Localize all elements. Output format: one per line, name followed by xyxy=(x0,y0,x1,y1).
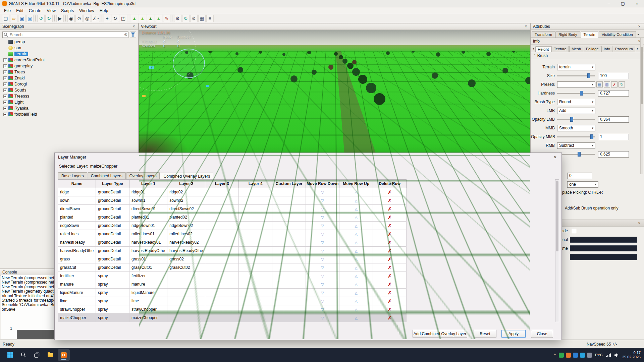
table-row-liquidmanure[interactable]: liquidManuresprayliquidManure▽△✗ xyxy=(58,289,407,297)
table-row-harvestready[interactable]: harvestReadygroundDetailharvestReady01ha… xyxy=(58,238,407,247)
table-row-planted[interactable]: plantedgroundDetailplanted01planted02▽△✗ xyxy=(58,213,407,222)
move-row-up-icon[interactable]: △ xyxy=(355,291,357,295)
chevron-right-icon[interactable]: ▸ xyxy=(636,47,640,52)
close-button[interactable]: Close xyxy=(531,330,553,338)
attributes-scrollbar[interactable] xyxy=(640,38,643,174)
toolbar-zoom-button[interactable]: ⊙ xyxy=(75,15,83,22)
menu-view[interactable]: View xyxy=(44,8,58,13)
table-row-ridgesown[interactable]: ridgeSowngroundDetailridgeSown01ridgeSow… xyxy=(58,222,407,230)
tray-icon-3[interactable] xyxy=(573,353,578,358)
move-row-up-icon[interactable]: △ xyxy=(355,232,357,236)
move-row-down-icon[interactable]: ▽ xyxy=(321,249,324,253)
toolbar-script-settings-button[interactable]: ⚙ xyxy=(174,15,181,22)
tab-visibility-condition[interactable]: Visibility Condition xyxy=(599,31,636,38)
layers-tab-base-layers[interactable]: Base Layers xyxy=(58,172,87,179)
opacity-mmb-slider[interactable] xyxy=(557,134,595,139)
move-row-down-icon[interactable]: ▽ xyxy=(321,240,324,244)
toolbar-terrain-paint-button[interactable]: ▲ xyxy=(155,15,162,22)
opacity-mmb-value[interactable]: 1 xyxy=(598,134,629,140)
move-row-down-icon[interactable]: ▽ xyxy=(321,232,324,236)
move-row-up-icon[interactable]: △ xyxy=(355,307,357,311)
table-row-grasscut[interactable]: grassCutgroundDetailgrassCut01grassCut02… xyxy=(58,263,407,272)
misc-value-field[interactable]: 0 xyxy=(567,173,592,179)
move-row-up-icon[interactable]: △ xyxy=(355,265,357,269)
save-preset-button[interactable]: ▤ xyxy=(596,81,603,87)
toolbar-reload-file-button[interactable]: ↺ xyxy=(37,15,45,22)
expand-icon[interactable]: + xyxy=(3,107,7,110)
move-row-up-icon[interactable]: △ xyxy=(355,190,357,194)
tray-icon-5[interactable] xyxy=(587,353,592,358)
toolbar-terrain-sculpt-button[interactable]: ▲ xyxy=(131,15,138,22)
subtab-height[interactable]: Height xyxy=(535,46,551,52)
delete-row-icon[interactable]: ✗ xyxy=(388,190,391,195)
misc-dropdown[interactable]: one▾ xyxy=(567,181,598,188)
table-row-manure[interactable]: manurespraymanure▽△✗ xyxy=(58,280,407,289)
toolbar-angle-snap-button[interactable]: ∠▾ xyxy=(92,15,100,22)
search-clear-icon[interactable]: ⊗ xyxy=(124,32,127,37)
network-icon[interactable] xyxy=(606,353,611,357)
move-row-up-icon[interactable]: △ xyxy=(355,257,357,261)
toolbar-rotate-button[interactable]: ↻ xyxy=(112,15,119,22)
load-preset-button[interactable]: ▥ xyxy=(604,81,610,87)
move-row-down-icon[interactable]: ▽ xyxy=(321,307,324,311)
move-row-up-icon[interactable]: △ xyxy=(355,249,357,253)
attributes-close-icon[interactable]: × xyxy=(637,24,642,29)
tray-icon-2[interactable] xyxy=(566,353,571,358)
expand-icon[interactable]: + xyxy=(3,64,7,68)
table-row-ridge[interactable]: ridgegroundDetailridge01ridge02▽△✗ xyxy=(58,188,407,196)
scenegraph-item-careerstartpoint[interactable]: +careerStartPoint xyxy=(0,57,138,63)
table-row-directsown[interactable]: directSowngroundDetaildirectSown01direct… xyxy=(58,205,407,213)
menu-help[interactable]: Help xyxy=(97,8,111,13)
brush-section-bar[interactable]: ^ Brush xyxy=(531,52,644,59)
scenegraph-close-icon[interactable]: × xyxy=(131,24,136,29)
move-row-up-icon[interactable]: △ xyxy=(355,215,357,219)
delete-row-icon[interactable]: ✗ xyxy=(388,315,391,320)
toolbar-new-file-button[interactable]: ▢ xyxy=(2,15,9,22)
scenegraph-item-persp[interactable]: persp xyxy=(0,39,138,45)
add-combined-overlay-layer-button[interactable]: Add Combined Overlay Layer xyxy=(413,330,467,338)
slider-thumb[interactable] xyxy=(570,117,573,122)
scenegraph-item-sun[interactable]: sun xyxy=(0,45,138,51)
table-row-rollerlines[interactable]: rollerLinesgroundDetailrollerLines01roll… xyxy=(58,230,407,238)
toolbar-save-button[interactable]: ▣ xyxy=(18,15,25,22)
table-row-grass[interactable]: grassgroundDetailgrass01grass02▽△✗ xyxy=(58,255,407,263)
move-row-down-icon[interactable]: ▽ xyxy=(321,215,324,219)
table-row-harvestreadyothe[interactable]: harvestReadyOthegroundDetailharvestReady… xyxy=(58,247,407,255)
scenegraph-item-light[interactable]: +Light xyxy=(0,99,138,105)
toolbar-terrain-smooth-button[interactable]: ▲ xyxy=(139,15,146,22)
delete-row-icon[interactable]: ✗ xyxy=(388,265,391,270)
table-scrollbar[interactable] xyxy=(555,179,559,322)
toolbar-open-folder-button[interactable]: ▱ xyxy=(10,15,17,22)
language-indicator[interactable]: РУС xyxy=(595,353,603,357)
toolbar-terrain-flatten-button[interactable]: ▲ xyxy=(147,15,154,22)
scenegraph-item-trees[interactable]: +Trees xyxy=(0,69,138,75)
terrain-dropdown[interactable]: terrain▾ xyxy=(557,64,595,70)
hardness-value[interactable]: 0.727 xyxy=(598,90,629,97)
scrollbar-thumb[interactable] xyxy=(556,181,558,251)
scenegraph-item-terrain[interactable]: terrain xyxy=(0,51,138,57)
delete-row-icon[interactable]: ✗ xyxy=(388,299,391,304)
volume-icon[interactable] xyxy=(614,353,619,357)
opacity-lmb-slider[interactable] xyxy=(557,117,595,122)
tray-icon-1[interactable] xyxy=(559,353,564,358)
task-view-button[interactable] xyxy=(31,349,43,361)
file-explorer-button[interactable] xyxy=(44,349,56,361)
delete-row-icon[interactable]: ✗ xyxy=(388,274,391,279)
apply-button[interactable]: Apply xyxy=(501,330,526,338)
filter-button[interactable] xyxy=(130,32,136,38)
dialog-title-bar[interactable]: Layer Manager × xyxy=(55,153,561,162)
scenegraph-item-dorogi[interactable]: +Dorogi xyxy=(0,81,138,87)
delete-row-icon[interactable]: ✗ xyxy=(388,307,391,312)
delete-preset-button[interactable]: ✗ xyxy=(611,81,618,87)
move-row-up-icon[interactable]: △ xyxy=(355,316,357,320)
delete-row-icon[interactable]: ✗ xyxy=(388,257,391,262)
subtab-info[interactable]: Info xyxy=(601,46,612,52)
toolbar-options-button[interactable]: ≡ xyxy=(206,15,214,22)
delete-row-icon[interactable]: ✗ xyxy=(388,215,391,220)
toolbar-plugins-button[interactable]: ⚙ xyxy=(190,15,198,22)
dark-field[interactable] xyxy=(570,237,637,243)
scenegraph-item-gameplay[interactable]: +gameplay xyxy=(0,63,138,69)
viewport-close-icon[interactable]: × xyxy=(524,24,528,29)
tray-icon-4[interactable] xyxy=(580,353,585,358)
expand-icon[interactable]: + xyxy=(3,113,7,116)
